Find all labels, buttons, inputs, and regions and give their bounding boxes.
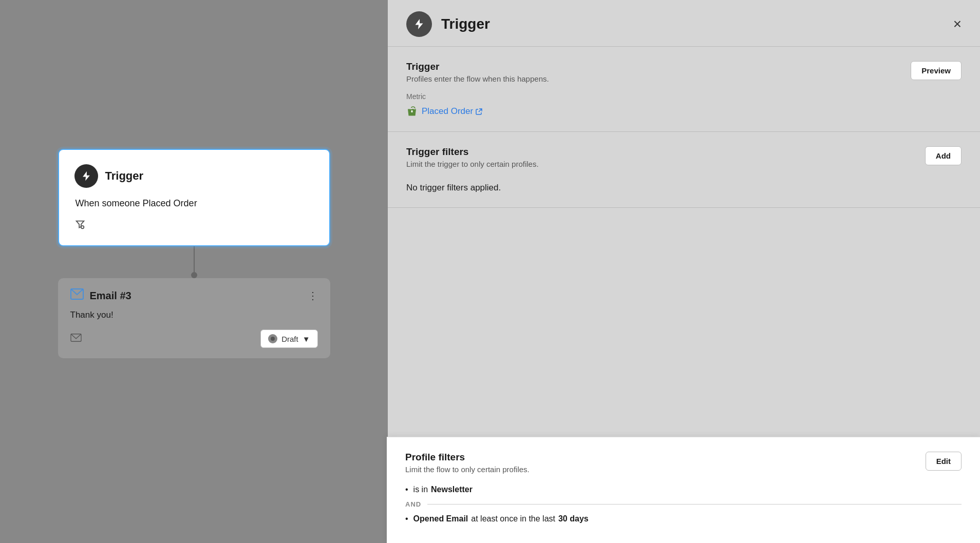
draft-icon-inner: [270, 336, 275, 341]
profile-filters-text: Profile filters Limit the flow to only c…: [405, 452, 530, 483]
draft-label: Draft: [281, 335, 298, 343]
panel-icon-circle: [406, 11, 432, 37]
shopify-bag-icon: [407, 106, 417, 117]
add-filter-button[interactable]: Add: [925, 146, 962, 165]
trigger-icon-circle: [74, 164, 98, 188]
email-card-header: Email #3 ⋮: [70, 288, 318, 303]
profile-filters-title: Profile filters: [405, 452, 530, 463]
no-filters-text: No trigger filters applied.: [406, 183, 962, 193]
connector: [191, 246, 197, 278]
preview-button[interactable]: Preview: [911, 61, 962, 80]
panel-header-left: Trigger: [406, 11, 490, 37]
panel-header: Trigger ×: [388, 0, 980, 47]
profile-filters-subtitle: Limit the flow to only certain profiles.: [405, 465, 530, 474]
trigger-section: Trigger Profiles enter the flow when thi…: [388, 47, 980, 132]
filter-person-icon: [74, 219, 86, 233]
and-label: AND: [405, 500, 421, 508]
trigger-section-title: Trigger: [406, 61, 549, 72]
filter2-bold: 30 days: [558, 514, 589, 523]
email-card-title: Email #3: [90, 290, 131, 302]
metric-row: Placed Order: [406, 106, 962, 117]
connector-line: [194, 246, 195, 272]
email-card-body: Thank you!: [70, 310, 318, 320]
trigger-filters-header-row: Trigger filters Limit the trigger to onl…: [406, 146, 962, 176]
svg-rect-4: [411, 110, 413, 112]
trigger-filters-title: Trigger filters: [406, 146, 539, 158]
draft-chevron: ▼: [303, 335, 310, 343]
draft-button[interactable]: Draft ▼: [260, 329, 317, 348]
trigger-card-title: Trigger: [105, 169, 144, 183]
filter1-bold: Newsletter: [431, 485, 473, 494]
panel-lightning-icon: [413, 18, 425, 30]
shopify-icon: [406, 106, 418, 117]
envelope-icon: [70, 288, 84, 300]
close-button[interactable]: ×: [953, 17, 962, 31]
filter2-middle: at least once in the last: [471, 514, 555, 523]
trigger-section-header-row: Trigger Profiles enter the flow when thi…: [406, 61, 962, 90]
trigger-card-body: When someone Placed Order: [74, 198, 314, 209]
trigger-filters-subtitle: Limit the trigger to only certain profil…: [406, 160, 539, 168]
send-icon: [70, 333, 82, 343]
lightning-icon: [81, 170, 92, 182]
email-card-footer: Draft ▼: [70, 329, 318, 348]
draft-status-icon: [268, 334, 277, 343]
canvas-area: Trigger When someone Placed Order: [0, 0, 388, 543]
email-send-icon: [70, 333, 82, 345]
profile-filter-2: • Opened Email at least once in the last…: [405, 514, 962, 523]
edit-profile-filters-button[interactable]: Edit: [926, 452, 962, 471]
metric-label: Metric: [406, 92, 962, 101]
bullet-1: •: [405, 485, 408, 494]
external-link-icon: [476, 108, 482, 115]
email-card-header-left: Email #3: [70, 288, 131, 303]
filter-user-icon: [74, 219, 86, 230]
trigger-card[interactable]: Trigger When someone Placed Order: [58, 149, 330, 246]
email-icon: [70, 288, 84, 303]
profile-filter-1: • is in Newsletter: [405, 485, 962, 494]
placed-order-text: Placed Order: [422, 106, 473, 117]
placed-order-link[interactable]: Placed Order: [422, 106, 482, 117]
panel-title: Trigger: [441, 16, 490, 32]
trigger-card-header: Trigger: [74, 164, 314, 188]
email-card[interactable]: Email #3 ⋮ Thank you! Draft ▼: [58, 278, 330, 358]
trigger-filters-text: Trigger filters Limit the trigger to onl…: [406, 146, 539, 176]
svg-point-3: [271, 337, 275, 341]
trigger-filters-section: Trigger filters Limit the trigger to onl…: [388, 132, 980, 208]
filter1-prefix: is in: [413, 485, 428, 494]
trigger-section-subtitle: Profiles enter the flow when this happen…: [406, 74, 549, 83]
svg-point-0: [81, 226, 84, 229]
trigger-section-text: Trigger Profiles enter the flow when thi…: [406, 61, 549, 90]
filter2-prefix: Opened Email: [413, 514, 468, 523]
connector-dot: [191, 272, 197, 278]
and-divider: AND: [405, 500, 962, 508]
bullet-2: •: [405, 514, 408, 523]
profile-filters-panel: Profile filters Limit the flow to only c…: [387, 437, 980, 543]
trigger-card-footer: [74, 219, 314, 233]
profile-filters-header-row: Profile filters Limit the flow to only c…: [405, 452, 962, 483]
more-options-icon[interactable]: ⋮: [308, 289, 318, 302]
